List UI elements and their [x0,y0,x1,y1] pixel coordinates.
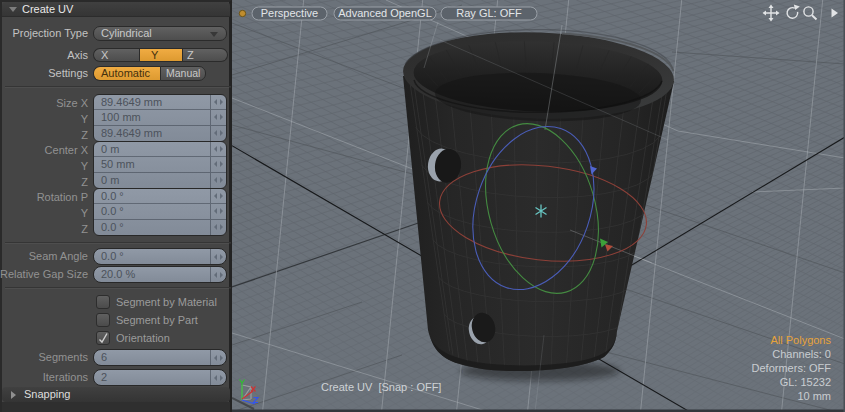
svg-text:10 mm: 10 mm [797,390,831,402]
svg-text:Channels: 0: Channels: 0 [772,348,831,360]
svg-text:Perspective: Perspective [261,7,318,19]
svg-text:Deformers: OFF: Deformers: OFF [752,362,832,374]
svg-text:Create UV [Snap : OFF]: Create UV [Snap : OFF] [321,381,441,393]
svg-text:GL: 15232: GL: 15232 [780,376,831,388]
svg-text:All Polygons: All Polygons [770,334,831,346]
svg-text:Ray GL: OFF: Ray GL: OFF [456,7,522,19]
svg-text:Advanced OpenGL: Advanced OpenGL [338,7,432,19]
